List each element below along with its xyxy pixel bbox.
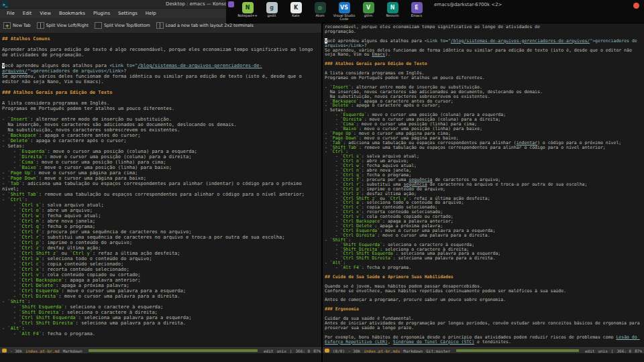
- text-segment: -: [2, 310, 19, 315]
- terminal-line: - `Ctrl o`: abre um arquivo;: [2, 208, 319, 213]
- text-segment: : move o cursor uma posição (linha) para…: [36, 160, 166, 165]
- text-segment: : move o cursor uma página para cima;: [33, 170, 138, 176]
- right-terminal-pane[interactable]: recomendável, porque eles economizam tem…: [325, 25, 641, 347]
- terminal-line: Aprender atalhos para edição de texto é …: [2, 47, 319, 58]
- menu-item-file[interactable]: File: [3, 11, 19, 16]
- terminal-line: - `Ctrl w`: fecha aquivo atual;: [2, 213, 319, 219]
- text-segment: : apaga o caractere antes do cursor;: [39, 133, 141, 138]
- launcher-notepadpp[interactable]: NNotepad++: [235, 2, 260, 21]
- text-segment: : move o cursor uma palavra para a direi…: [377, 233, 490, 238]
- text-segment: `Direita`: [19, 154, 44, 160]
- launcher-emacs[interactable]: EEmacs: [405, 2, 429, 21]
- terminal-line: - `Shift Tab`: remove uma tabulação ou e…: [2, 192, 319, 197]
- text-segment: `Ctrl Backspace`: [19, 278, 64, 283]
- text-segment: ).: [385, 52, 390, 57]
- text-segment: -: [2, 288, 19, 294]
- gedit-icon: g: [266, 2, 278, 13]
- text-segment: Se aprendeu, vários deles funcionam de f…: [2, 74, 305, 84]
- launcher-gedit[interactable]: ggedit: [260, 2, 284, 21]
- terminal-line: - `Shift`:: [2, 299, 319, 304]
- text-segment: : imprime o conteúdo do arquivo;: [42, 240, 132, 245]
- terminal-line: - `Ctrl Direita`: move o cursor uma pala…: [325, 233, 641, 238]
- menu-item-settings[interactable]: Settings: [114, 11, 142, 16]
- text-segment: e tendinites.: [474, 339, 511, 345]
- text-segment: -: [2, 315, 19, 320]
- buffer-filename: index.pt-br.mdx: [364, 349, 400, 353]
- split-tb-button[interactable]: Split View Top/Bottom: [95, 22, 150, 29]
- modeline-separator: |: [611, 349, 614, 353]
- text-segment: `Insert`: [7, 117, 30, 122]
- menu-item-bookmarks[interactable]: Bookmarks: [55, 11, 89, 16]
- text-segment: `Tab`: [7, 181, 21, 186]
- menu-item-help[interactable]: Help: [142, 11, 160, 16]
- close-icon[interactable]: [633, 3, 639, 9]
- launcher-vscode[interactable]: VSVisual Studio Code: [332, 2, 356, 21]
- major-mode[interactable]: Markdown: [63, 349, 83, 353]
- text-segment: -: [2, 154, 19, 160]
- text-segment: : seleciona o caractere à direita;: [62, 310, 158, 315]
- launcher-atom[interactable]: ◎Atom: [308, 2, 332, 21]
- text-segment: `Ctrl`: [7, 197, 24, 202]
- menu-item-plugins[interactable]: Plugins: [89, 11, 114, 16]
- text-segment: : procura por uma sequência de caractere…: [42, 229, 191, 235]
- text-segment: `Baixo`: [19, 165, 39, 170]
- terminal-line: - `Esquerda`: move o cursor uma posição …: [2, 149, 319, 154]
- terminal-line: - `Direita`: move o cursor uma posição (…: [2, 154, 319, 160]
- left-terminal-pane[interactable]: ## Atalhos Comuns Aprender atalhos para …: [2, 36, 319, 347]
- text-segment: `Ctrl Direita`: [19, 294, 58, 299]
- terminal-line: recomendável, porque eles economizam tem…: [325, 25, 641, 29]
- text-segment: `Ctrl s`: [19, 202, 42, 208]
- neovim-icon: N: [387, 2, 398, 13]
- right-echo-area[interactable]: [323, 353, 644, 362]
- atom-icon: ◎: [315, 2, 326, 13]
- text-segment: `Esquerda`: [19, 149, 47, 154]
- major-mode[interactable]: Markdown: [403, 349, 423, 353]
- menu-item-edit[interactable]: Edit: [19, 11, 36, 16]
- terminal-line: - `Delete`: apaga o caractere após o cur…: [2, 138, 319, 143]
- split-lr-button[interactable]: Split View Left/Right: [37, 22, 89, 29]
- text-segment: -: [2, 304, 19, 310]
- text-segment: : desfaz última ação;: [42, 245, 101, 251]
- text-segment: : seleciona uma palavra para a direita.: [393, 255, 496, 261]
- terminal-line: - `Alt`:: [2, 326, 319, 331]
- terminal-line: - `Ctrl r`: substitui uma sequência de c…: [2, 235, 319, 240]
- text-segment: ## Atalhos Comuns: [2, 36, 50, 42]
- terminal-line: - `Ctrl`:: [2, 197, 319, 202]
- terminal-line: - `Alt F4`: fecha o programa.: [325, 265, 641, 270]
- terminal-line: - `Ctrl Shift Direita`: seleciona uma pa…: [2, 320, 319, 326]
- terminal-line: Se aprendeu, vários deles funcionam de f…: [2, 74, 319, 84]
- terminal-line: Conforme se envelhece, maus hábitos repe…: [325, 289, 641, 294]
- new-tab-button[interactable]: New Tab: [3, 22, 31, 29]
- launcher-gvim[interactable]: VgVim: [356, 2, 380, 21]
- text-segment: : remove uma tabulação ou espaços corres…: [39, 192, 305, 197]
- text-segment: ocê aprendeu alguns dos atalhos para: [5, 63, 109, 68]
- text-segment: `Shift Tab`: [7, 192, 38, 197]
- launcher-neovim[interactable]: NNeovim: [380, 2, 405, 21]
- launcher-kate[interactable]: KKate: [284, 2, 308, 21]
- text-segment: -: [2, 320, 19, 326]
- menu-item-view[interactable]: View: [36, 11, 55, 16]
- layout-2x2-icon: [156, 22, 164, 29]
- text-segment: :: [22, 326, 25, 331]
- text-segment: : copia conteúdo selecionado;: [42, 261, 123, 267]
- text-segment: Emacs: [372, 52, 385, 57]
- terminal-line: [2, 95, 319, 101]
- terminal-line: ## Atalhos Comuns: [2, 36, 319, 42]
- terminal-line: - `Ctrl Delete`: apaga a próxima palavra…: [2, 283, 319, 288]
- text-segment: -: [2, 272, 19, 278]
- text-segment: ou: [58, 251, 70, 256]
- text-segment: Síndrome do Túnel Cárpico (STC): [393, 339, 474, 345]
- text-segment: :: [25, 197, 28, 202]
- emacs-window-icon: [228, 1, 234, 7]
- text-segment: : seleciona uma palavra para a direita.: [76, 320, 186, 326]
- text-segment: Antes de começar a programar, procure sa…: [325, 297, 506, 302]
- terminal-line: - Setas:: [2, 143, 319, 149]
- terminal-line: Programas em Português podem ter atalhos…: [325, 76, 641, 80]
- text-segment: ## Cuide de Sua Saúde e Aprimore Suas Ha…: [325, 274, 453, 280]
- text-segment: `Alt F4`: [340, 265, 361, 270]
- terminal-line: Você aprendeu alguns dos atalhos para <L…: [2, 63, 319, 74]
- eol-type: unix: [276, 349, 286, 353]
- vscode-label: Visual Studio Code: [332, 14, 356, 21]
- text-segment: : cola conteúdo copiado ou cortado;: [42, 272, 141, 278]
- left-echo-area[interactable]: [0, 353, 323, 362]
